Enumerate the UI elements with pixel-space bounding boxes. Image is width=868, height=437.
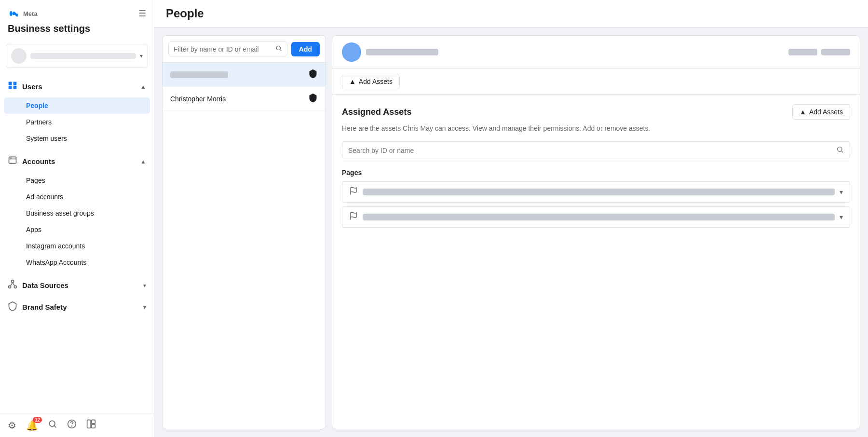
users-nav-items: People Partners System users [0,97,154,150]
search-icon[interactable] [48,419,57,431]
sidebar-item-instagram-accounts[interactable]: Instagram accounts [4,238,150,254]
brand-safety-icon [8,301,17,313]
assigned-assets-description: Here are the assets Chris May can access… [342,123,850,134]
page-name-blurred [363,189,835,195]
pages-section-label: Pages [342,169,850,177]
header-actions [788,49,850,55]
nav-section-data-sources: Data Sources ▾ [0,274,154,296]
header-action-blurred-2 [821,49,850,55]
svg-rect-18 [92,420,95,424]
accounts-label: Accounts [22,157,55,165]
sidebar-item-people[interactable]: People [4,97,150,114]
sidebar-item-system-users[interactable]: System users [4,130,150,147]
svg-point-16 [72,426,72,426]
search-input-wrapper[interactable] [168,41,287,56]
people-search-bar: Add [163,36,326,63]
list-item[interactable]: ▾ [342,181,850,203]
meta-logo-text: Meta [23,10,38,17]
content-area: Add Christopher Morris [154,27,868,437]
brand-safety-section-header[interactable]: Brand Safety ▾ [0,296,154,318]
main-content: People Add Ch [154,0,868,437]
assigned-assets-header: Assigned Assets ▲ Add Assets [342,104,850,120]
svg-rect-1 [9,82,12,85]
pages-section: Pages ▾ ▾ [342,169,850,228]
brand-safety-label: Brand Safety [22,303,67,311]
notification-badge: 12 [33,417,42,423]
users-icon [8,81,17,93]
svg-rect-19 [92,424,95,428]
svg-point-10 [14,286,16,288]
sidebar-item-ad-accounts[interactable]: Ad accounts [4,189,150,205]
account-selector[interactable]: ▾ [6,44,148,68]
sidebar-item-business-asset-groups[interactable]: Business asset groups [4,205,150,221]
svg-rect-5 [9,157,16,163]
layout-icon[interactable] [86,419,96,431]
page-title: People [166,7,856,20]
account-selector-chevron-icon: ▾ [140,53,143,59]
svg-rect-17 [87,420,91,428]
page-name-blurred [363,214,835,220]
svg-rect-4 [14,86,17,89]
accounts-chevron-icon: ▲ [140,158,146,165]
account-name [30,53,136,59]
add-assets-bar: ▲ Add Assets [332,69,860,95]
sidebar-item-partners[interactable]: Partners [4,114,150,130]
users-section-title: Users [8,81,42,93]
person-name: Christopher Morris [170,95,226,103]
sidebar-item-pages[interactable]: Pages [4,172,150,189]
user-info [342,42,438,62]
users-label: Users [22,82,42,91]
add-assets-button[interactable]: ▲ Add Assets [342,74,400,89]
asset-search-bar[interactable] [342,141,850,159]
svg-point-9 [9,286,11,288]
people-panel: Add Christopher Morris [162,35,326,429]
svg-line-23 [841,151,843,152]
data-sources-section-header[interactable]: Data Sources ▾ [0,274,154,296]
svg-point-22 [838,147,842,151]
assigned-assets-title: Assigned Assets [342,107,411,117]
sidebar-header: Meta ☰ [0,0,154,23]
hamburger-menu-icon[interactable]: ☰ [138,8,146,19]
accounts-section-title: Accounts [8,155,55,167]
asset-search-icon [836,146,844,155]
user-avatar [342,42,361,62]
list-item[interactable] [163,63,326,87]
main-header: People [154,0,868,27]
search-input[interactable] [174,45,272,53]
users-chevron-icon: ▲ [140,83,146,90]
nav-section-brand-safety: Brand Safety ▾ [0,296,154,318]
accounts-icon [8,155,17,167]
assets-panel-header [332,36,860,69]
shield-icon [308,68,318,81]
svg-line-11 [11,283,13,286]
sidebar-item-apps[interactable]: Apps [4,221,150,238]
help-icon[interactable] [67,419,77,431]
assigned-add-assets-button[interactable]: ▲ Add Assets [792,104,850,120]
sidebar-item-whatsapp-accounts[interactable]: WhatsApp Accounts [4,254,150,271]
notifications-icon[interactable]: 🔔 12 [26,420,38,431]
asset-search-input[interactable] [348,147,832,154]
add-person-button[interactable]: Add [291,42,320,56]
nav-section-users: Users ▲ People Partners System users [0,76,154,150]
search-icon [275,45,282,53]
svg-point-0 [10,11,13,16]
users-section-header[interactable]: Users ▲ [0,76,154,97]
brand-safety-chevron-icon: ▾ [143,304,146,311]
shield-icon [308,93,318,105]
business-settings-title: Business settings [0,23,154,40]
page-chevron-icon: ▾ [840,188,843,196]
assets-content: Assigned Assets ▲ Add Assets Here are th… [332,95,860,429]
data-sources-label: Data Sources [22,281,68,289]
data-sources-icon [8,279,17,291]
svg-point-8 [12,280,14,283]
sidebar: Meta ☰ Business settings ▾ Users ▲ Peopl… [0,0,154,437]
svg-line-12 [13,283,14,286]
list-item[interactable]: ▾ [342,206,850,228]
svg-point-13 [49,421,55,426]
account-avatar [11,48,27,64]
accounts-section-header[interactable]: Accounts ▲ [0,150,154,172]
list-item[interactable]: Christopher Morris [163,87,326,111]
nav-section-accounts: Accounts ▲ Pages Ad accounts Business as… [0,150,154,274]
settings-icon[interactable]: ⚙ [8,420,16,431]
user-name-blurred [366,49,438,55]
